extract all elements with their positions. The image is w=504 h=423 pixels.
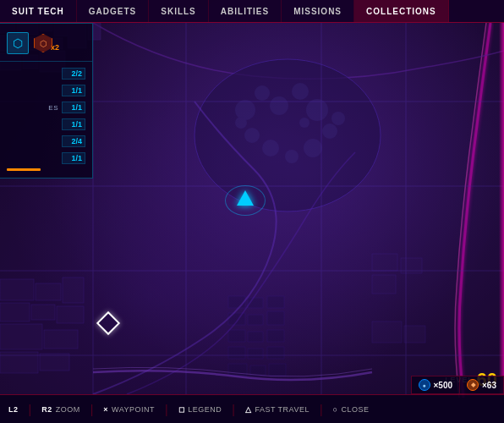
svg-rect-56 (269, 364, 286, 376)
svg-point-18 (306, 99, 328, 121)
svg-point-22 (262, 140, 279, 157)
hint-l2: L2 (8, 405, 19, 414)
svg-rect-31 (31, 305, 55, 320)
resource-bar: ● ×500 ◆ ×63 (411, 376, 505, 394)
svg-point-16 (270, 96, 288, 115)
svg-rect-36 (40, 354, 69, 371)
svg-rect-47 (267, 311, 284, 325)
panel-row-4: 2/4 (0, 133, 92, 150)
hint-legend: ◻ LEGEND (178, 405, 222, 414)
nav-item-skills[interactable]: SKILLS (149, 0, 209, 22)
svg-rect-33 (0, 324, 42, 349)
hex-icon: ⬡ (34, 34, 52, 52)
svg-point-26 (299, 118, 310, 128)
svg-rect-34 (44, 330, 78, 349)
svg-point-25 (331, 112, 345, 125)
svg-point-20 (304, 139, 322, 157)
panel-row-2: ES 1/1 (0, 99, 92, 116)
row-value-1: 1/1 (62, 85, 85, 96)
svg-rect-46 (248, 315, 263, 325)
hint-close: ○ CLOSE (333, 405, 370, 414)
svg-rect-41 (404, 326, 425, 343)
svg-rect-37 (372, 254, 397, 271)
svg-rect-55 (250, 365, 266, 376)
svg-point-17 (292, 83, 309, 100)
resource-item-0: ● ×500 (412, 376, 461, 393)
hint-waypoint: × WAYPOINT (103, 405, 155, 414)
hint-fast-travel: △ FAST TRAVEL (245, 405, 310, 414)
svg-rect-53 (267, 347, 284, 359)
nav-item-gadgets[interactable]: GADGETS (77, 0, 149, 22)
svg-point-19 (322, 124, 337, 139)
svg-rect-40 (372, 321, 402, 343)
svg-rect-44 (267, 296, 284, 308)
svg-rect-45 (228, 313, 245, 325)
svg-point-21 (285, 150, 299, 163)
svg-rect-39 (372, 275, 396, 294)
svg-rect-52 (248, 349, 263, 359)
svg-rect-32 (57, 306, 84, 323)
row-value-5: 1/1 (62, 152, 85, 164)
player-triangle (237, 190, 254, 206)
svg-point-14 (235, 100, 255, 120)
svg-rect-27 (0, 279, 34, 300)
nav-item-missions[interactable]: MISSIONS (282, 0, 354, 22)
resource-value-0: ×500 (434, 381, 453, 390)
resource-item-1: ◆ ×63 (460, 376, 504, 393)
svg-rect-50 (267, 330, 284, 342)
diamond-shape (96, 311, 120, 335)
nav-item-collections[interactable]: COLLECTIONS (354, 0, 449, 22)
orange-progress-bar (7, 168, 41, 171)
player-marker (237, 190, 254, 206)
top-navigation: SUIT TECH GADGETS SKILLS ABILITIES MISSI… (0, 0, 504, 23)
suit-icon: ⬡ (7, 32, 29, 54)
svg-point-15 (255, 85, 270, 101)
panel-divider-1 (0, 61, 92, 62)
panel-header: ⬡ ⬡ x2 (0, 29, 92, 58)
svg-rect-28 (36, 283, 61, 300)
resource-icon-0: ● (419, 379, 430, 391)
row-value-4: 2/4 (62, 135, 85, 147)
panel-row-5: 1/1 (0, 150, 92, 167)
svg-rect-29 (63, 277, 84, 303)
svg-rect-42 (228, 296, 245, 308)
panel-row-1: 1/1 (0, 82, 92, 99)
panel-row-0: 2/2 (0, 65, 92, 82)
svg-point-23 (244, 128, 260, 143)
nav-item-abilities[interactable]: ABILITIES (209, 0, 282, 22)
row-label-2: ES (7, 104, 58, 112)
svg-rect-30 (0, 303, 30, 321)
svg-rect-49 (248, 332, 263, 342)
svg-rect-48 (228, 330, 245, 342)
panel-row-3: 1/1 (0, 116, 92, 133)
svg-point-24 (235, 117, 247, 129)
left-panel: ⬡ ⬡ x2 2/2 1/1 ES 1/1 1/1 2/4 1/1 (0, 23, 93, 179)
resource-value-1: ×63 (482, 381, 496, 390)
resource-icon-1: ◆ (467, 379, 479, 391)
right-border-glow (499, 23, 504, 394)
diamond-marker (100, 315, 117, 332)
svg-rect-51 (228, 347, 245, 359)
bottom-bar: L2 | R2 ZOOM | × WAYPOINT | ◻ LEGEND | △… (0, 394, 504, 423)
row-value-3: 1/1 (62, 118, 85, 130)
nav-item-suit-tech[interactable]: SUIT TECH (0, 0, 77, 22)
row-value-2: 1/1 (62, 102, 85, 113)
row-value-0: 2/2 (62, 68, 85, 80)
hint-zoom: R2 ZOOM (41, 405, 80, 414)
